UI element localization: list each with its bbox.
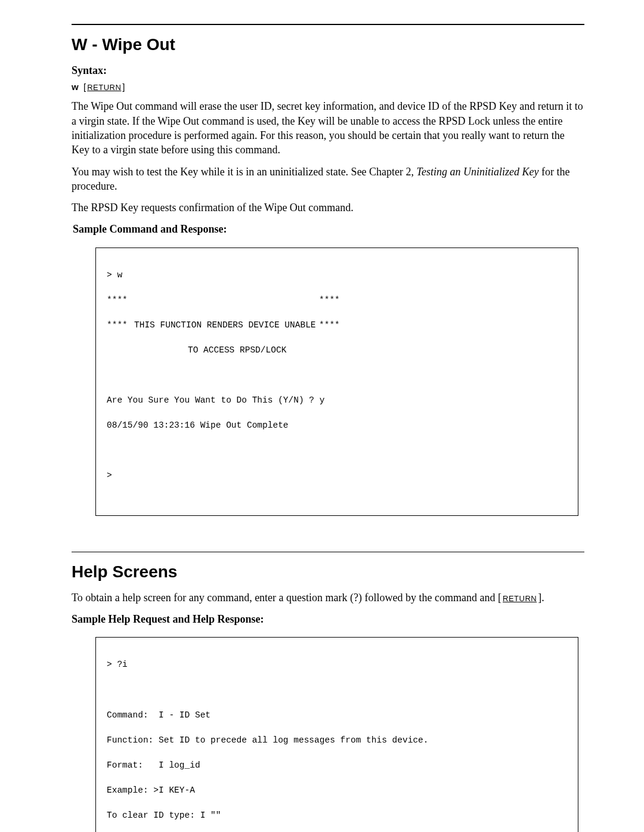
- terminal-output-wipeout: > w ******** ****THIS FUNCTION RENDERS D…: [95, 248, 578, 516]
- bracket-close-2: ].: [538, 592, 544, 604]
- term-line: TO ACCESS RPSD/LOCK: [107, 344, 567, 357]
- term-line: To clear ID type: I "": [107, 809, 567, 822]
- wipeout-paragraph-3: The RPSD Key requests confirmation of th…: [72, 200, 584, 215]
- p2-part-a: You may wish to test the Key while it is…: [72, 166, 417, 178]
- term-line: Function: Set ID to precede all log mess…: [107, 734, 567, 747]
- section-help-title: Help Screens: [72, 561, 584, 583]
- help-intro: To obtain a help screen for any command,…: [72, 590, 584, 605]
- bracket-close: ]: [122, 82, 125, 92]
- term-line: > ?i: [107, 658, 567, 671]
- sample-label-1: Sample Command and Response:: [73, 222, 584, 236]
- p2-italic: Testing an Uninitialized Key: [417, 166, 539, 178]
- return-key-2: RETURN: [501, 594, 538, 603]
- term-line: Are You Sure You Want to Do This (Y/N) ?…: [107, 394, 567, 407]
- syntax-cmd: w: [72, 82, 79, 92]
- term-line: 08/15/90 13:23:16 Wipe Out Complete: [107, 419, 567, 432]
- term-line: >: [107, 469, 567, 482]
- syntax-label: Syntax:: [72, 63, 584, 78]
- terminal-output-help: > ?i Command: I - ID Set Function: Set I…: [95, 637, 578, 832]
- section-wipeout-title: W - Wipe Out: [72, 33, 584, 56]
- term-line: [107, 369, 567, 382]
- term-line: [107, 683, 567, 696]
- help-intro-a: To obtain a help screen for any command,…: [72, 592, 498, 604]
- return-key: RETURN: [86, 83, 122, 92]
- term-line: ****THIS FUNCTION RENDERS DEVICE UNABLE*…: [107, 319, 567, 332]
- term-line: Command: I - ID Set: [107, 709, 567, 722]
- term-line: ********: [107, 294, 567, 307]
- syntax-line: w [RETURN]: [72, 81, 584, 93]
- wipeout-paragraph-2: You may wish to test the Key while it is…: [72, 165, 584, 194]
- term-line: Example: >I KEY-A: [107, 784, 567, 797]
- sample-label-2: Sample Help Request and Help Response:: [72, 612, 584, 626]
- term-line: Format: I log_id: [107, 759, 567, 772]
- term-line: [107, 444, 567, 457]
- term-line: > w: [107, 269, 567, 282]
- wipeout-paragraph-1: The Wipe Out command will erase the user…: [72, 99, 584, 157]
